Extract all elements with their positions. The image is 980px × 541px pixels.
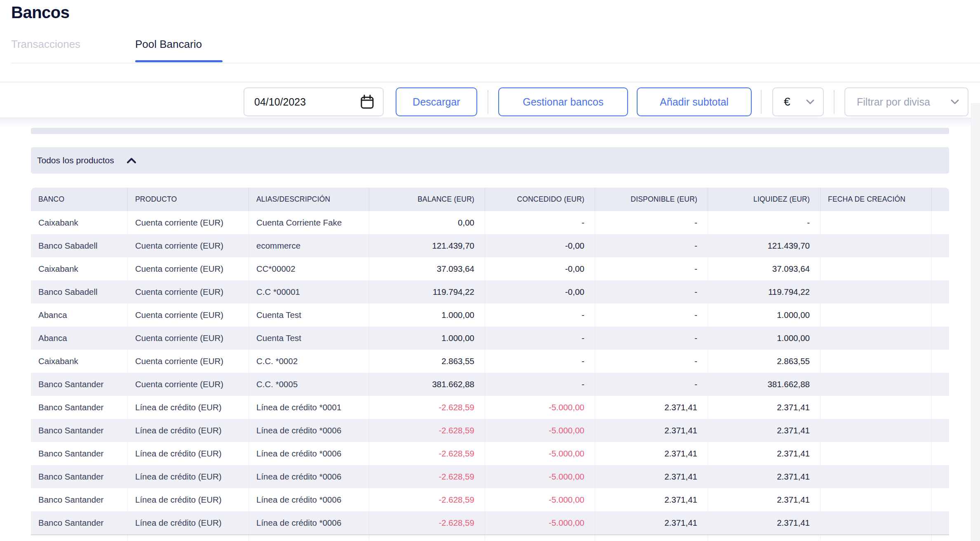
cell-liquidez: 2.371,41 bbox=[708, 396, 821, 419]
cell-fecha bbox=[821, 488, 932, 511]
cell-fecha bbox=[821, 373, 932, 396]
cell-producto: Cuenta corriente (EUR) bbox=[128, 211, 249, 234]
cell-fecha bbox=[821, 419, 932, 442]
table-row: CaixabankCuenta corriente (EUR)Cuenta Co… bbox=[31, 211, 949, 234]
cell-producto: Cuenta corriente (EUR) bbox=[128, 327, 249, 350]
horizontal-scrollbar[interactable] bbox=[31, 128, 949, 134]
table-row: Banco SantanderCuenta corriente (EUR)C.C… bbox=[31, 373, 949, 396]
toolbar-divider bbox=[761, 90, 762, 114]
cell-disponible: 2.371,41 bbox=[595, 442, 708, 465]
chevron-down-icon bbox=[950, 99, 959, 105]
table-row: Banco SantanderLínea de crédito (EUR)Lín… bbox=[31, 442, 949, 465]
cell-balance: -2.628,59 bbox=[369, 396, 485, 419]
cell-balance: -2.628,59 bbox=[369, 488, 485, 511]
cell-balance: -2.628,59 bbox=[369, 419, 485, 442]
cell-spacer bbox=[932, 535, 949, 540]
toolbar-shadow bbox=[0, 118, 980, 128]
toolbar-divider bbox=[834, 90, 835, 114]
pool-bancario-table: BANCOPRODUCTOALIAS/DESCRIPCIÓNBALANCE (E… bbox=[31, 188, 949, 540]
cell-balance: -2.628,59 bbox=[369, 465, 485, 488]
column-header-balance: BALANCE (EUR) bbox=[369, 188, 485, 211]
column-header-fecha: FECHA DE CREACIÓN bbox=[821, 188, 932, 211]
cell-liquidez: - bbox=[708, 211, 821, 234]
cell-balance: 1.000,00 bbox=[369, 303, 485, 327]
cell-liquidez: 1.000,00 bbox=[708, 327, 821, 350]
cell-alias: Línea de crédito *0006 bbox=[249, 442, 369, 465]
cell-concedido: - bbox=[485, 303, 595, 327]
cell-balance: 1.000,00 bbox=[369, 327, 485, 350]
tab-transacciones[interactable]: Transacciones bbox=[11, 38, 80, 51]
cell-producto: Línea de crédito (EUR) bbox=[128, 442, 249, 465]
date-value: 04/10/2023 bbox=[244, 96, 360, 108]
cell-concedido: -5.000,00 bbox=[485, 442, 595, 465]
currency-filter-select[interactable]: Filtrar por divisa bbox=[844, 87, 968, 116]
cell-concedido: - bbox=[485, 211, 595, 234]
table-row-partial bbox=[31, 534, 949, 540]
cell-spacer bbox=[932, 303, 949, 327]
cell-disponible: - bbox=[595, 280, 708, 303]
cell-alias: Línea de crédito *0006 bbox=[249, 511, 369, 534]
anadir-subtotal-button[interactable]: Añadir subtotal bbox=[637, 87, 752, 116]
cell-alias: Cuenta Test bbox=[249, 327, 369, 350]
cell-liquidez: 37.093,64 bbox=[708, 257, 821, 280]
cell-liquidez: 1.000,00 bbox=[708, 303, 821, 327]
column-header-concedido: CONCEDIDO (EUR) bbox=[485, 188, 595, 211]
date-input[interactable]: 04/10/2023 bbox=[244, 87, 384, 116]
vertical-scrollbar[interactable] bbox=[971, 103, 980, 541]
table-row: CaixabankCuenta corriente (EUR)C.C. *000… bbox=[31, 350, 949, 373]
cell-liquidez: 2.371,41 bbox=[708, 419, 821, 442]
cell-balance: 119.794,22 bbox=[369, 280, 485, 303]
table-row: AbancaCuenta corriente (EUR)Cuenta Test1… bbox=[31, 303, 949, 327]
tab-pool-bancario[interactable]: Pool Bancario bbox=[135, 38, 202, 51]
cell-liquidez: 2.371,41 bbox=[708, 511, 821, 534]
tabs-divider bbox=[11, 63, 980, 64]
cell-liquidez: 121.439,70 bbox=[708, 234, 821, 257]
cell-disponible: - bbox=[595, 373, 708, 396]
column-header-producto: PRODUCTO bbox=[128, 188, 249, 211]
cell-fecha bbox=[821, 350, 932, 373]
cell-disponible: 2.371,41 bbox=[595, 419, 708, 442]
table-body: CaixabankCuenta corriente (EUR)Cuenta Co… bbox=[31, 211, 949, 540]
table-row: Banco SabadellCuenta corriente (EUR)C.C … bbox=[31, 280, 949, 303]
currency-value: € bbox=[773, 95, 806, 108]
gestionar-bancos-button[interactable]: Gestionar bancos bbox=[498, 87, 628, 116]
cell-liquidez: 2.863,55 bbox=[708, 350, 821, 373]
bancos-page: Bancos Transacciones Pool Bancario 04/10… bbox=[0, 0, 980, 541]
cell-fecha bbox=[821, 280, 932, 303]
column-header-alias: ALIAS/DESCRIPCIÓN bbox=[249, 188, 369, 211]
cell-disponible: 2.371,41 bbox=[595, 488, 708, 511]
table-row: Banco SantanderLínea de crédito (EUR)Lín… bbox=[31, 511, 949, 534]
column-header-liquidez: LIQUIDEZ (EUR) bbox=[708, 188, 821, 211]
cell-banco: Banco Santander bbox=[31, 511, 128, 534]
cell-concedido: -5.000,00 bbox=[485, 396, 595, 419]
cell-balance: 381.662,88 bbox=[369, 373, 485, 396]
cell-spacer bbox=[932, 327, 949, 350]
table-row: Banco SantanderLínea de crédito (EUR)Lín… bbox=[31, 396, 949, 419]
cell-producto: Cuenta corriente (EUR) bbox=[128, 280, 249, 303]
cell-concedido: - bbox=[485, 373, 595, 396]
cell-fecha bbox=[821, 211, 932, 234]
cell-alias: ecommerce bbox=[249, 234, 369, 257]
cell-concedido: -5.000,00 bbox=[485, 465, 595, 488]
group-bar-todos-los-productos[interactable]: Todos los productos bbox=[31, 147, 949, 174]
cell-producto: Cuenta corriente (EUR) bbox=[128, 303, 249, 327]
cell-concedido: -0,00 bbox=[485, 280, 595, 303]
cell-alias: C.C. *0002 bbox=[249, 350, 369, 373]
column-header-disponible: DISPONIBLE (EUR) bbox=[595, 188, 708, 211]
cell-alias: Línea de crédito *0006 bbox=[249, 465, 369, 488]
cell-banco: Banco Sabadell bbox=[31, 280, 128, 303]
cell-fecha bbox=[821, 303, 932, 327]
cell-alias: C.C. *0005 bbox=[249, 373, 369, 396]
cell-balance: -2.628,59 bbox=[369, 511, 485, 534]
calendar-icon[interactable] bbox=[360, 94, 375, 110]
descargar-button[interactable]: Descargar bbox=[396, 87, 477, 116]
chevron-down-icon bbox=[806, 99, 815, 105]
table-row: Banco SantanderLínea de crédito (EUR)Lín… bbox=[31, 465, 949, 488]
chevron-up-icon[interactable] bbox=[127, 158, 136, 164]
cell-disponible bbox=[595, 535, 708, 540]
currency-select[interactable]: € bbox=[772, 87, 824, 116]
cell-spacer bbox=[932, 257, 949, 280]
cell-banco: Abanca bbox=[31, 303, 128, 327]
cell-producto: Cuenta corriente (EUR) bbox=[128, 234, 249, 257]
cell-alias: Línea de crédito *0001 bbox=[249, 396, 369, 419]
